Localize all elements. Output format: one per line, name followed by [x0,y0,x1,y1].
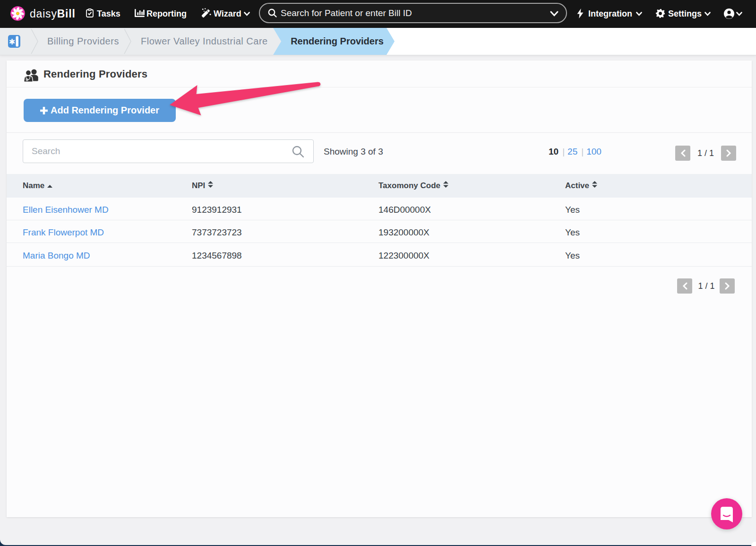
svg-text:✱: ✱ [9,38,15,46]
